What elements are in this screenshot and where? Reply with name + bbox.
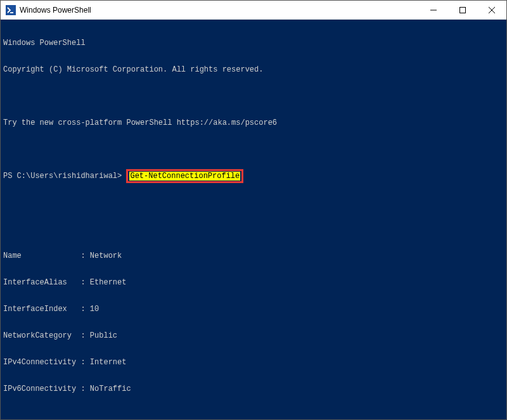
command-text: Get-NetConnectionProfile bbox=[129, 172, 240, 181]
close-button[interactable] bbox=[477, 1, 506, 19]
copyright-line: Copyright (C) Microsoft Corporation. All… bbox=[3, 65, 504, 74]
terminal-output[interactable]: Windows PowerShell Copyright (C) Microso… bbox=[1, 20, 506, 419]
maximize-button[interactable] bbox=[448, 1, 477, 19]
output-ipv4: IPv4Connectivity : Internet bbox=[3, 358, 504, 367]
command-line: PS C:\Users\rishidhariwal> Get-NetConnec… bbox=[3, 172, 504, 181]
highlight-box: Get-NetConnectionProfile bbox=[126, 169, 243, 183]
powershell-icon bbox=[6, 5, 16, 15]
window-title: Windows PowerShell bbox=[20, 6, 91, 15]
output-interfaceindex: InterfaceIndex : 10 bbox=[3, 305, 504, 314]
output-ipv6: IPv6Connectivity : NoTraffic bbox=[3, 385, 504, 393]
blank-line bbox=[3, 145, 504, 154]
minimize-button[interactable] bbox=[419, 1, 448, 19]
try-line: Try the new cross-platform PowerShell ht… bbox=[3, 118, 504, 127]
output-name: Name : Network bbox=[3, 251, 504, 260]
svg-rect-3 bbox=[460, 7, 466, 13]
window-controls bbox=[419, 1, 506, 19]
blank-line bbox=[3, 411, 504, 419]
prompt: PS C:\Users\rishidhariwal> bbox=[3, 172, 122, 181]
output-networkcategory: NetworkCategory : Public bbox=[3, 331, 504, 340]
header-line: Windows PowerShell bbox=[3, 39, 504, 48]
blank-line bbox=[3, 198, 504, 207]
blank-line bbox=[3, 225, 504, 234]
output-interfacealias: InterfaceAlias : Ethernet bbox=[3, 278, 504, 287]
powershell-window: Windows PowerShell Windows PowerShell Co… bbox=[0, 0, 507, 420]
titlebar[interactable]: Windows PowerShell bbox=[1, 1, 506, 20]
blank-line bbox=[3, 92, 504, 101]
